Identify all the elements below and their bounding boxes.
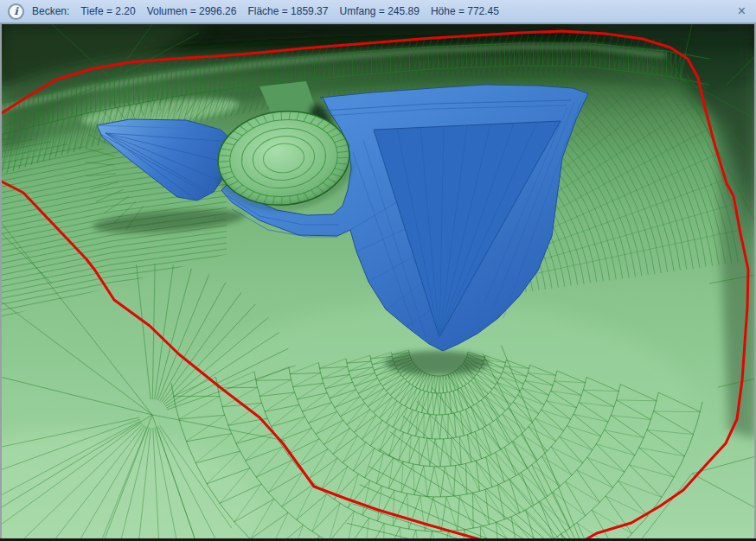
terrain-scene [0, 24, 756, 541]
close-icon[interactable]: × [735, 4, 748, 18]
becken-info-window: i Becken: Tiefe = 2.20 Volumen = 2996.26… [0, 0, 756, 541]
metric-umfang: Umfang = 245.89 [339, 5, 419, 17]
metric-flaeche: Fläche = 1859.37 [247, 5, 328, 17]
metric-hoehe: Höhe = 772.45 [431, 5, 499, 17]
metric-volumen: Volumen = 2996.26 [147, 5, 237, 17]
terrain-3d-viewport[interactable] [0, 24, 756, 541]
info-bar: i Becken: Tiefe = 2.20 Volumen = 2996.26… [0, 0, 756, 23]
info-bar-title: Becken: [32, 5, 69, 17]
info-icon: i [8, 3, 24, 20]
metric-tiefe: Tiefe = 2.20 [80, 5, 135, 17]
